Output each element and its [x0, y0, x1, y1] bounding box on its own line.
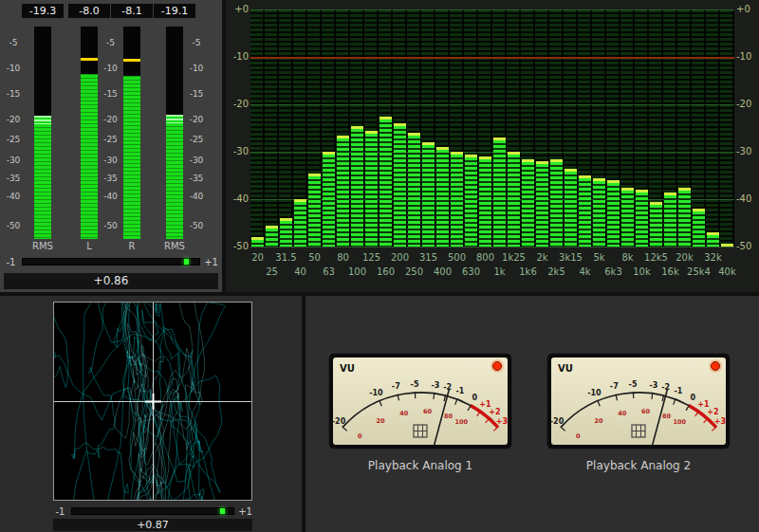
svg-text:0: 0: [472, 394, 478, 402]
scale-tick-label: -25: [185, 135, 208, 144]
frequency-label: 4k: [579, 266, 590, 277]
spectrum-bar: [522, 159, 534, 248]
db-axis-label: -40: [736, 193, 759, 204]
scale-tick-label: -25: [2, 135, 25, 144]
frequency-label: 1k25: [502, 252, 526, 263]
svg-text:-3: -3: [431, 381, 439, 390]
scale-tick-label: -20: [2, 115, 25, 124]
frequency-label: 10k: [633, 266, 651, 277]
scale-tick-label: -30: [2, 156, 25, 165]
scale-tick-label: -5: [2, 38, 25, 47]
frequency-label: 20k: [676, 252, 694, 263]
db-axis-label: +0: [736, 4, 759, 14]
scale-tick-label: -40: [100, 192, 122, 201]
meter-fill: [34, 116, 51, 239]
svg-text:-10: -10: [369, 389, 383, 397]
db-axis-label: -10: [736, 51, 759, 62]
svg-text:-5: -5: [411, 380, 419, 389]
spectrum-bar: [251, 237, 264, 247]
spectrum-bar: [294, 199, 306, 247]
vu-meter: -20-10-7-5-3-2-10+1+2+3020406080100VU: [328, 353, 512, 449]
spectrum-bar: [308, 174, 321, 248]
grid-line: [250, 9, 734, 10]
svg-text:+2: +2: [707, 408, 718, 416]
db-axis-label: -40: [228, 193, 249, 204]
svg-text:100: 100: [455, 418, 469, 426]
spectrum-bar: [721, 244, 733, 247]
svg-text:40: 40: [399, 410, 409, 417]
frequency-label: 200: [391, 252, 409, 263]
spectrum-bar: [621, 188, 634, 248]
svg-text:80: 80: [662, 413, 672, 420]
frequency-label: 400: [434, 266, 452, 277]
correlation-value: +0.86: [4, 273, 218, 289]
goniometer-trace: [54, 303, 251, 500]
vu-meter-face: -20-10-7-5-3-2-10+1+2+3020406080100VU: [546, 353, 731, 453]
frequency-label: 160: [377, 266, 395, 277]
db-axis-label: -30: [736, 146, 759, 156]
meter-track: [81, 27, 98, 239]
meter-scale: -5-10-15-20-25-30-35-40-50: [185, 27, 208, 239]
svg-text:100: 100: [674, 418, 687, 426]
grid-line: [250, 57, 734, 59]
goniometer-panel: -1 +1 +0.87: [0, 296, 302, 532]
db-axis-label: -30: [228, 146, 249, 156]
spectrum-bar: [678, 188, 691, 248]
spectrum-bar: [380, 117, 392, 248]
overload-led-icon: [709, 359, 722, 373]
scale-tick-label: -10: [100, 64, 122, 73]
spectrum-display: [250, 9, 734, 247]
db-axis-label: -10: [228, 51, 249, 62]
scale-tick-label: -50: [185, 221, 208, 230]
spectrum-bar: [323, 152, 335, 247]
svg-text:40: 40: [618, 410, 627, 417]
svg-text:-2: -2: [443, 383, 452, 392]
svg-text:20: 20: [376, 417, 385, 425]
overload-led-icon: [491, 359, 504, 373]
spectrum-bar: [280, 218, 292, 247]
spectrum-bar: [337, 136, 349, 248]
db-axis-label: -50: [228, 241, 249, 251]
spectrum-bar: [394, 123, 406, 247]
correlation-track: [22, 258, 200, 266]
scale-tick-label: -50: [100, 221, 122, 230]
svg-text:-1: -1: [456, 387, 465, 395]
scale-tick-label: -30: [185, 156, 208, 165]
spectrum-bar: [422, 142, 435, 247]
vu-meter-label: Playback Analog 1: [328, 459, 512, 472]
svg-text:+3: +3: [496, 417, 508, 426]
scale-tick-label: -5: [100, 38, 122, 47]
spectrum-bar: [664, 193, 676, 248]
meter-fill-highlight: [34, 116, 51, 124]
vu-meter-panel: -20-10-7-5-3-2-10+1+2+3020406080100VU Pl…: [305, 296, 759, 532]
meter-readout: -19.1: [154, 4, 195, 18]
svg-text:-5: -5: [629, 380, 638, 389]
scale-tick-label: -25: [100, 135, 122, 144]
frequency-label: 2k5: [547, 266, 565, 277]
meter-track: [166, 27, 183, 239]
frequency-label: 80: [337, 252, 349, 263]
correlation-marker: [220, 508, 225, 514]
svg-text:20: 20: [594, 417, 603, 425]
frequency-label: 3k15: [559, 252, 583, 263]
frequency-label: 800: [476, 252, 494, 263]
vu-meter-1: -20-10-7-5-3-2-10+1+2+3020406080100VU Pl…: [328, 353, 512, 472]
svg-text:0: 0: [691, 394, 696, 402]
meter-readout: -19.3: [22, 4, 64, 18]
frequency-label: 250: [405, 266, 423, 277]
spectrum-bar: [479, 156, 491, 247]
scale-tick-label: -15: [185, 89, 208, 99]
spectrum-bar: [365, 131, 378, 248]
frequency-label: 40k: [718, 266, 736, 277]
channel-label: L: [68, 241, 110, 251]
scale-tick-label: -50: [2, 221, 25, 230]
spectrum-bar: [550, 159, 563, 248]
spectrum-bar: [565, 169, 577, 248]
spectrum-bar: [607, 180, 620, 247]
spectrum-bar: [593, 178, 605, 248]
scale-tick-label: -40: [2, 192, 25, 201]
frequency-label: 40: [294, 266, 306, 277]
meter-fill-highlight: [166, 115, 183, 123]
spectrum-bar: [351, 126, 363, 248]
frequency-label: 5k: [593, 252, 604, 263]
